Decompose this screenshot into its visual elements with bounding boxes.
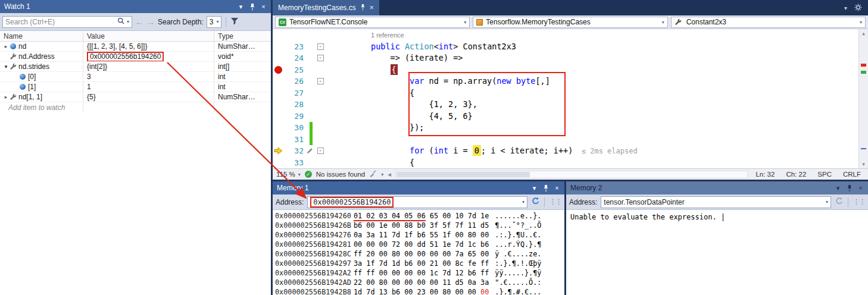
column-header-name[interactable]: Name — [0, 31, 83, 41]
watch-value[interactable]: {[[1, 2, 3], [4, 5, 6]]} — [87, 42, 147, 51]
watch-row[interactable]: [1]1int — [0, 82, 271, 92]
code-line[interactable]: 29 {4, 5, 6} — [273, 111, 858, 123]
close-icon[interactable]: × — [552, 183, 562, 193]
memory-row[interactable]: 0x000002556B1942760a 3a 11 7d 1f b6 55 1… — [275, 230, 563, 240]
status-spaces[interactable]: SPC — [817, 171, 832, 178]
memory-row[interactable]: 0x000002556B1942973a 1f 7d 1d b6 00 21 0… — [275, 259, 563, 268]
code-line[interactable]: 28 {1, 2, 3}, — [273, 99, 858, 111]
code-line[interactable]: 24- => (iterate) => — [273, 52, 858, 64]
code-line[interactable]: 1 reference — [273, 29, 858, 41]
refresh-icon[interactable] — [531, 197, 539, 207]
window-position-icon[interactable]: ▾ — [529, 183, 539, 193]
hscroll-thumb[interactable] — [396, 172, 530, 177]
memory1-address-input[interactable]: 0x000002556B194260 ▾ — [307, 196, 527, 208]
project-dropdown[interactable]: C# TensorFlowNET.Console ▾ — [275, 17, 470, 28]
cleanup-chevron-icon[interactable]: ▾ — [381, 172, 383, 177]
add-watch-row[interactable]: Add item to watch — [0, 102, 271, 112]
search-next-icon[interactable]: → — [146, 18, 155, 26]
breakpoint-icon[interactable] — [274, 66, 282, 74]
expander-expanded-icon[interactable]: ▾ — [2, 64, 10, 70]
memory-row[interactable]: 0x000002556B19428100 00 00 72 00 dd 51 1… — [275, 240, 563, 249]
memory-row[interactable]: 0x000002556B19426Bb6 00 1e 00 88 b0 3f 5… — [275, 221, 563, 230]
watch-value[interactable]: {int[2]} — [87, 62, 107, 71]
memory2-title-bar[interactable]: Memory 2 ▾ × — [566, 181, 868, 194]
memory1-address-value[interactable]: 0x000002556B194260 — [310, 197, 394, 208]
watch-title-bar[interactable]: Watch 1 ▾ × — [0, 0, 271, 13]
code-line[interactable]: 30 }); — [273, 122, 858, 134]
code-line[interactable]: 32- for (int i = 0; i < iterate; i++) ≤ … — [273, 145, 858, 157]
memory2-address-value[interactable]: tensor.TensorDataPointer — [604, 198, 684, 206]
memory2-address-input[interactable]: tensor.TensorDataPointer ▾ — [601, 196, 831, 208]
memory1-title-bar[interactable]: Memory 1 ▾ × — [273, 181, 564, 194]
watch-row[interactable]: [0]3int — [0, 72, 271, 82]
zoom-dropdown[interactable]: 115 %▾ — [276, 171, 301, 178]
memory2-address-label: Address: — [569, 198, 597, 206]
document-list-chevron-icon[interactable]: ▾ — [844, 5, 847, 11]
watch-row[interactable]: ▸nd{[[1, 2, 3], [4, 5, 6]]}NumShar… — [0, 42, 271, 52]
fold-toggle-icon[interactable]: - — [317, 148, 324, 154]
editor-horizontal-scrollbar[interactable] — [395, 171, 748, 178]
filter-icon[interactable] — [230, 17, 239, 27]
watch-value[interactable]: {5} — [87, 93, 96, 101]
code-line[interactable]: 26- var nd = np.array(new byte[,] — [273, 76, 858, 87]
code-line[interactable]: 23- public Action<int> Constant2x3 — [273, 41, 858, 53]
watch-row[interactable]: ▸nd[1, 1]{5}NumShar… — [0, 92, 271, 102]
code-line[interactable]: 33 { — [273, 157, 858, 169]
pin-icon[interactable] — [541, 183, 551, 193]
fold-toggle-icon[interactable]: - — [317, 43, 324, 50]
watch-value-annotated[interactable]: 0x000002556b194260 — [87, 52, 164, 61]
pin-icon[interactable] — [247, 2, 257, 12]
search-prev-icon[interactable]: ← — [135, 18, 143, 26]
codelens-references[interactable]: 1 reference — [371, 32, 404, 39]
tab-pin-icon[interactable] — [360, 4, 366, 12]
memory-row[interactable]: 0x000002556B19428Cff 20 00 80 00 00 00 0… — [275, 249, 563, 259]
search-depth-dropdown[interactable]: 3 ▾ — [207, 16, 222, 28]
memory2-message-area[interactable]: Unable to evaluate the expression. — [566, 210, 868, 224]
window-position-icon[interactable]: ▾ — [236, 2, 246, 12]
close-icon[interactable]: × — [258, 2, 268, 12]
expander-collapsed-icon[interactable]: ▸ — [2, 43, 10, 49]
memory-row[interactable]: 0x000002556B1942B81d 7d 13 b6 00 23 00 8… — [275, 287, 563, 295]
issues-label[interactable]: No issues found — [316, 171, 365, 178]
fold-toggle-icon[interactable]: - — [317, 55, 324, 61]
code-line[interactable]: 27 { — [273, 87, 858, 99]
cleanup-icon[interactable] — [369, 170, 377, 178]
fold-toggle-icon[interactable]: - — [317, 78, 324, 84]
class-dropdown[interactable]: Tensorflow.MemoryTestingCases ▾ — [473, 17, 667, 28]
scroll-up-icon[interactable]: ▴ — [862, 30, 865, 36]
toolbar-overflow-icon[interactable]: ⋮⋮ — [549, 198, 561, 206]
code-line[interactable]: 31 — [273, 134, 858, 146]
watch-value[interactable]: 3 — [87, 73, 91, 81]
edit-pencil-icon — [306, 145, 314, 157]
memory1-rows[interactable]: 0x000002556B19426001 02 03 04 05 06 65 0… — [273, 210, 564, 295]
pin-icon[interactable] — [844, 183, 854, 193]
hscroll-left-icon[interactable]: ◂ — [388, 170, 391, 178]
close-icon[interactable]: × — [855, 183, 866, 193]
search-input[interactable]: Search (Ctrl+E) ▾ — [2, 16, 132, 28]
window-position-icon[interactable]: ▾ — [833, 183, 843, 193]
gear-icon[interactable] — [854, 4, 862, 12]
editor-vertical-scrollbar[interactable]: ▴ ▾ — [858, 29, 868, 168]
field-icon — [20, 74, 26, 80]
tab-close-icon[interactable]: × — [370, 4, 374, 12]
member-dropdown[interactable]: Constant2x3 ▾ — [671, 17, 866, 28]
column-header-type[interactable]: Type — [214, 31, 271, 41]
watch-row[interactable]: ▾nd.strides{int[2]}int[] — [0, 62, 271, 72]
status-line-ending[interactable]: CRLF — [843, 171, 861, 178]
watch-value[interactable]: 1 — [87, 83, 91, 91]
scroll-down-icon[interactable]: ▾ — [862, 161, 865, 167]
search-options-chevron-icon[interactable]: ▾ — [127, 19, 129, 24]
memory-row[interactable]: 0x000002556B1942A2ff ff 00 00 00 00 1c 7… — [275, 268, 563, 278]
memory-row[interactable]: 0x000002556B19426001 02 03 04 05 06 65 0… — [275, 211, 563, 221]
tab-memorytestingcases[interactable]: MemoryTestingCases.cs × — [273, 0, 379, 15]
code-line[interactable]: 25 { — [273, 64, 858, 76]
watch-column-headers[interactable]: Name Value Type — [0, 31, 271, 42]
refresh-icon[interactable] — [835, 197, 843, 207]
memory-ascii: ".€.....Õ.: — [495, 278, 541, 287]
expander-collapsed-icon[interactable]: ▸ — [2, 94, 10, 100]
memory-row[interactable]: 0x000002556B1942AD22 00 80 00 00 00 00 1… — [275, 278, 563, 287]
toolbar-overflow-icon[interactable]: ⋮⋮ — [853, 198, 865, 206]
watch-row[interactable]: nd.Address0x000002556b194260void* — [0, 52, 271, 62]
column-header-value[interactable]: Value — [83, 31, 214, 41]
code-editor[interactable]: 1 reference23- public Action<int> Consta… — [273, 29, 868, 168]
